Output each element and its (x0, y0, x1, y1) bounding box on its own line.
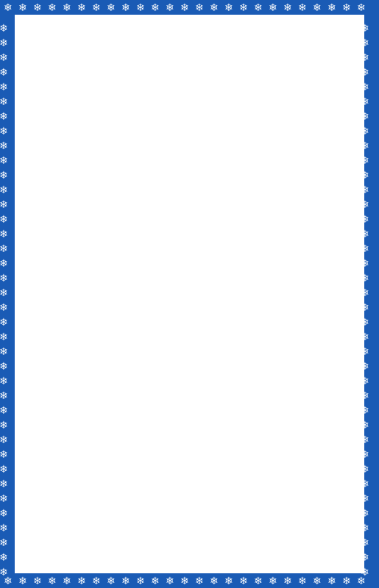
main-course-section: ✿ ✿ ✿ ✿ Main Course Main Course Name Mai… (101, 298, 359, 398)
svg-rect-7 (37, 103, 81, 114)
svg-point-15 (56, 54, 62, 60)
dessert-item-2: Dessert Name 2 Dessert Description 2 (101, 456, 359, 478)
header-flower-divider: ✿ ✿ ✿ ✿ ✿ ✿ ✿ ✿ ✿ ✿ ✿ ✿ (24, 120, 355, 134)
svg-rect-9 (50, 59, 74, 71)
page-frame: ❄❄❄ ❄❄❄ ❄❄❄ ❄❄❄ ❄❄❄ ❄❄❄ ❄❄❄ ❄❄❄❄ ❄❄❄ ❄❄❄… (0, 0, 379, 588)
main-item-2-name: Main Course Name 2 (101, 353, 359, 365)
dessert-title: Dessert (101, 414, 359, 432)
soup-section-divider: ✿ ✿ ✿ ✿ (101, 138, 359, 150)
rings-icon (150, 23, 180, 43)
main-item-3-name: Main Course Name 3 (101, 376, 359, 387)
cake-illustration (22, 22, 88, 118)
dessert-section-divider: ✿ ✿ ✿ ✿ (101, 401, 359, 413)
bride-name: JANE (305, 48, 354, 69)
salad-title: Salad (101, 231, 359, 249)
main-item-2: Main Course Name 2 Main Course Descripti… (101, 353, 359, 376)
soup-item-2-desc: Soup Description 2 (101, 204, 359, 215)
svg-rect-18 (63, 60, 66, 68)
soup-section: ✿ ✿ ✿ ✿ Soup Soup Name Soup Description … (101, 138, 359, 215)
salad-item-1-desc: Salad Description (101, 262, 359, 273)
soup-item-1: Soup Name Soup Description (101, 170, 359, 193)
dessert-section: ✿ ✿ ✿ ✿ Dessert Dessert Name Dessert Des… (101, 401, 359, 478)
soup-title: Soup (101, 151, 359, 169)
svg-text:❄❄❄
      ❄❄❄
      ❄❄❄
      : ❄❄❄ ❄❄❄ ❄❄❄ ❄❄❄ ❄❄❄ ❄❄❄ ❄❄❄ ❄❄❄ ❄❄❄ ❄❄❄ … (0, 22, 10, 578)
dessert-item-2-name: Dessert Name 2 (101, 456, 359, 467)
sidebar: The Wedding Café 24 June 2011 (20, 135, 97, 478)
main-item-1: Main Course Name Main Course Description (101, 330, 359, 353)
menu-content: ✿ ✿ ✿ ✿ Soup Soup Name Soup Description … (97, 135, 359, 478)
soup-item-2-name: Soup Name 2 (101, 193, 359, 204)
main-item-2-desc: Main Course Description 2 (101, 365, 359, 376)
soup-item-2: Soup Name 2 Soup Description 2 (101, 193, 359, 215)
salad-item-1: Salad Name Salad Description (101, 250, 359, 273)
salad-item-2-name: Salad Name 2 (101, 273, 359, 284)
svg-rect-17 (57, 60, 60, 68)
main-course-title: Main Course (101, 311, 359, 329)
groom-name: JOHN (92, 22, 144, 44)
main-item-3-desc: Main Course Description 3 (101, 387, 359, 398)
header: JOHN JANE (16, 16, 363, 118)
salad-item-1-name: Salad Name (101, 250, 359, 262)
salad-item-2-desc: Salad Description 2 (101, 284, 359, 295)
salad-item-2: Salad Name 2 Salad Description 2 (101, 273, 359, 295)
dessert-item-1-desc: Dessert Description (101, 445, 359, 456)
dessert-item-1-name: Dessert Name (101, 433, 359, 445)
cafe-name: The Wedding Café (32, 146, 85, 204)
svg-text:❄❄❄
      ❄❄❄
      ❄❄❄
      : ❄❄❄ ❄❄❄ ❄❄❄ ❄❄❄ ❄❄❄ ❄❄❄ ❄❄❄ ❄❄❄❄ (4, 575, 366, 587)
svg-text:❄❄❄
      ❄❄❄
      ❄❄❄
      : ❄❄❄ ❄❄❄ ❄❄❄ ❄❄❄ ❄❄❄ ❄❄❄ ❄❄❄ ❄❄❄❄ (4, 1, 366, 13)
salad-section-divider: ✿ ✿ ✿ ✿ (101, 218, 359, 230)
soup-item-1-name: Soup Name (101, 170, 359, 182)
event-date: 24 June 2011 (35, 217, 82, 228)
salad-section: ✿ ✿ ✿ ✿ Salad Salad Name Salad Descripti… (101, 218, 359, 295)
dessert-item-1: Dessert Name Dessert Description (101, 433, 359, 456)
main-section-divider: ✿ ✿ ✿ ✿ (101, 298, 359, 310)
dessert-item-2-desc: Dessert Description 2 (101, 467, 359, 478)
main-item-1-name: Main Course Name (101, 330, 359, 342)
svg-point-16 (62, 54, 68, 60)
soup-item-1-desc: Soup Description (101, 182, 359, 193)
main-item-3: Main Course Name 3 Main Course Descripti… (101, 376, 359, 398)
main-item-1-desc: Main Course Description (101, 342, 359, 353)
